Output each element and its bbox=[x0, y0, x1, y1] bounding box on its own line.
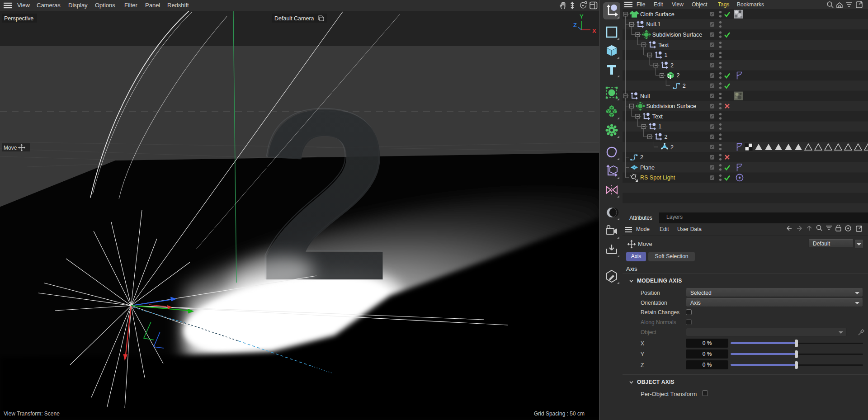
svg-text:Subdivision Surface: Subdivision Surface bbox=[646, 103, 696, 109]
svg-text:Z: Z bbox=[573, 22, 577, 28]
svg-text:2: 2 bbox=[665, 134, 668, 140]
svg-text:Cloth Surface: Cloth Surface bbox=[640, 11, 675, 18]
svg-text:Text: Text bbox=[658, 42, 669, 48]
svg-text:Move: Move bbox=[4, 145, 17, 151]
svg-text:2: 2 bbox=[683, 83, 686, 89]
svg-text:2: 2 bbox=[670, 62, 674, 69]
svg-text:Text: Text bbox=[652, 113, 663, 120]
svg-text:Grid Spacing : 50 cm: Grid Spacing : 50 cm bbox=[534, 411, 585, 417]
svg-text:1: 1 bbox=[658, 123, 661, 130]
svg-text:X: X bbox=[592, 28, 596, 34]
svg-text:RS Spot Light: RS Spot Light bbox=[640, 175, 675, 181]
svg-text:Y: Y bbox=[580, 13, 584, 20]
svg-text:View Transform: Scene: View Transform: Scene bbox=[4, 411, 60, 417]
svg-text:2: 2 bbox=[670, 144, 674, 151]
svg-text:Null.1: Null.1 bbox=[646, 21, 660, 28]
svg-text:Null: Null bbox=[640, 93, 650, 99]
svg-text:1: 1 bbox=[665, 52, 668, 58]
svg-text:2: 2 bbox=[640, 154, 643, 160]
svg-text:Perspective: Perspective bbox=[4, 15, 33, 22]
svg-text:Subdivision Surface: Subdivision Surface bbox=[652, 32, 703, 38]
svg-text:Plane: Plane bbox=[640, 165, 655, 171]
svg-text:Default Camera: Default Camera bbox=[274, 15, 314, 22]
svg-text:2: 2 bbox=[676, 72, 679, 79]
